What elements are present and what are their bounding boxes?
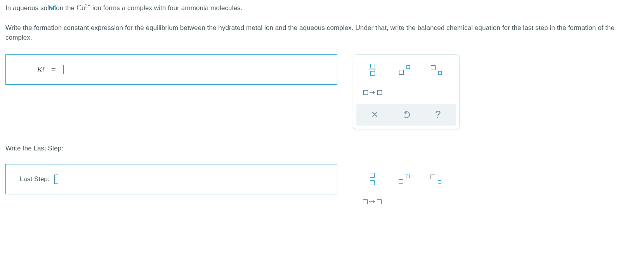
chem-symbol: Cu (76, 3, 85, 12)
text-fragment: ion forms a complex with four ammonia mo… (90, 4, 242, 12)
subscript-button[interactable] (422, 171, 450, 187)
reaction-arrow-button[interactable] (358, 194, 386, 210)
last-step-label: Last Step: (20, 175, 50, 183)
input-cursor-icon (54, 175, 58, 184)
kf-answer-input[interactable]: Kf = (5, 54, 337, 85)
chem-charge: 2+ (85, 3, 90, 9)
reaction-arrow-button[interactable] (359, 84, 387, 101)
superscript-button[interactable] (390, 171, 418, 187)
collapse-caret-icon[interactable] (47, 1, 57, 13)
question-instructions: Write the formation constant expression … (5, 23, 639, 43)
equals-sign: = (51, 65, 56, 75)
last-step-heading: Write the Last Step: (5, 145, 639, 152)
clear-button[interactable]: ✕ (359, 106, 391, 123)
fraction-button[interactable] (358, 171, 386, 187)
question-text: In aqueous solution the Cu2+ ion forms a… (5, 2, 639, 14)
superscript-button[interactable] (391, 62, 418, 78)
kf-subscript: f (43, 66, 44, 73)
last-step-answer-input[interactable]: Last Step: (5, 164, 337, 194)
text-fragment: In aqueous solution the (5, 4, 76, 12)
kf-symbol: K (37, 65, 43, 75)
fraction-button[interactable] (359, 62, 387, 78)
equation-toolbox (353, 164, 460, 216)
help-button[interactable]: ? (422, 106, 454, 123)
input-cursor-icon (60, 65, 64, 74)
subscript-button[interactable] (422, 62, 450, 78)
equation-toolbox: ✕ ? (353, 54, 460, 129)
reset-button[interactable] (391, 106, 422, 123)
